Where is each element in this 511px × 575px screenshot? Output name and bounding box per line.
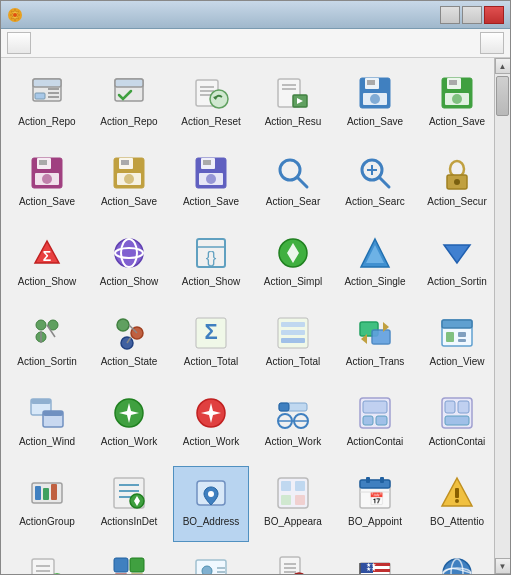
svg-rect-90: [442, 320, 472, 328]
gallery-item-item-9[interactable]: Action_Sear: [255, 146, 331, 222]
gallery-label-item-22: Action_Trans: [346, 356, 405, 368]
gallery-icon-item-19: [109, 313, 149, 353]
gallery-item-item-13[interactable]: Action_Show: [91, 226, 167, 302]
gallery-label-item-32: BO_Address: [183, 516, 240, 528]
minimize-button[interactable]: [440, 6, 460, 24]
gallery-label-item-35: BO_Attentio: [430, 516, 484, 528]
gallery-item-item-6[interactable]: Action_Save: [9, 146, 85, 222]
title-controls: [440, 6, 504, 24]
gallery-item-item-26[interactable]: Action_Work: [173, 386, 249, 462]
svg-point-74: [117, 319, 129, 331]
gallery-item-item-38[interactable]: BO_Contact: [173, 546, 249, 574]
gallery-item-item-5[interactable]: Action_Save: [419, 66, 494, 142]
gallery-item-item-0[interactable]: Action_Repo: [9, 66, 85, 142]
gallery-item-item-33[interactable]: BO_Appeara: [255, 466, 331, 542]
gallery-item-item-17[interactable]: Action_Sortin: [419, 226, 494, 302]
gallery-item-item-4[interactable]: Action_Save: [337, 66, 413, 142]
gallery-label-item-8: Action_Save: [183, 196, 239, 208]
gallery-item-item-34[interactable]: 📅 BO_Appoint: [337, 466, 413, 542]
gallery-label-item-11: Action_Secur: [427, 196, 486, 208]
gallery-icon-item-16: [355, 233, 395, 273]
gallery-item-item-14[interactable]: {} Action_Show: [173, 226, 249, 302]
scroll-down-arrow[interactable]: ▼: [495, 558, 511, 574]
gallery-item-item-20[interactable]: Σ Action_Total: [173, 306, 249, 382]
svg-rect-134: [366, 477, 370, 483]
zoom-out-button[interactable]: [7, 32, 31, 54]
gallery-item-item-11[interactable]: Action_Secur: [419, 146, 494, 222]
gallery-item-item-28[interactable]: ActionContai: [337, 386, 413, 462]
gallery-label-item-10: Action_Searc: [345, 196, 404, 208]
gallery-item-item-1[interactable]: Action_Repo: [91, 66, 167, 142]
gallery-item-item-24[interactable]: Action_Wind: [9, 386, 85, 462]
svg-point-55: [454, 179, 460, 185]
gallery-icon-item-26: [191, 393, 231, 433]
gallery-item-item-12[interactable]: Σ Action_Show: [9, 226, 85, 302]
gallery-label-item-13: Action_Show: [100, 276, 158, 288]
gallery-item-item-37[interactable]: BO_Categor: [91, 546, 167, 574]
gallery-icon-item-40: ★★ ★★: [355, 553, 395, 574]
svg-rect-103: [279, 403, 289, 411]
gallery-item-item-27[interactable]: Action_Work: [255, 386, 331, 462]
gallery-item-item-25[interactable]: Action_Work: [91, 386, 167, 462]
gallery-icon-item-33: [273, 473, 313, 513]
gallery-icon-item-32: [191, 473, 231, 513]
svg-rect-110: [376, 416, 387, 425]
gallery-item-item-39[interactable]: BO_Contract: [255, 546, 331, 574]
svg-point-26: [370, 94, 380, 104]
gallery-item-item-40[interactable]: ★★ ★★ BO_Country: [337, 546, 413, 574]
svg-line-50: [379, 177, 389, 187]
toolbar: [1, 29, 510, 58]
gallery-item-item-19[interactable]: Action_State: [91, 306, 167, 382]
gallery-item-item-8[interactable]: Action_Save: [173, 146, 249, 222]
svg-rect-112: [445, 401, 455, 413]
gallery-icon-item-35: [437, 473, 477, 513]
zoom-in-button[interactable]: [480, 32, 504, 54]
scroll-track[interactable]: [495, 74, 510, 558]
svg-rect-128: [281, 481, 291, 491]
svg-rect-93: [458, 339, 466, 342]
scroll-thumb[interactable]: [496, 76, 509, 116]
gallery-item-item-3[interactable]: Action_Resu: [255, 66, 331, 142]
gallery-icon-item-37: [109, 553, 149, 574]
maximize-button[interactable]: [462, 6, 482, 24]
svg-rect-91: [446, 332, 454, 342]
gallery-item-item-7[interactable]: Action_Save: [91, 146, 167, 222]
svg-rect-131: [295, 495, 305, 505]
svg-rect-92: [458, 332, 466, 337]
gallery-item-item-15[interactable]: Action_Simpl: [255, 226, 331, 302]
gallery-item-item-10[interactable]: Action_Searc: [337, 146, 413, 222]
gallery-label-item-16: Action_Single: [344, 276, 405, 288]
scroll-up-arrow[interactable]: ▲: [495, 58, 511, 74]
main-area: Action_Repo Action_Repo Action_Reset Act…: [1, 58, 510, 574]
gallery-label-item-0: Action_Repo: [18, 116, 75, 128]
gallery-icon-item-34: 📅: [355, 473, 395, 513]
gallery-label-item-7: Action_Save: [101, 196, 157, 208]
gallery-item-item-32[interactable]: BO_Address: [173, 466, 249, 542]
gallery-item-item-23[interactable]: Action_View: [419, 306, 494, 382]
gallery-item-item-35[interactable]: BO_Attentio: [419, 466, 494, 542]
gallery-item-item-2[interactable]: Action_Reset: [173, 66, 249, 142]
gallery-icon-item-18: [27, 313, 67, 353]
gallery-item-item-22[interactable]: Action_Trans: [337, 306, 413, 382]
gallery-container[interactable]: Action_Repo Action_Repo Action_Reset Act…: [1, 58, 494, 574]
gallery-item-item-18[interactable]: Action_Sortin: [9, 306, 85, 382]
gallery-label-item-21: Action_Total: [266, 356, 320, 368]
gallery-item-item-41[interactable]: BO_Country: [419, 546, 494, 574]
gallery-item-item-31[interactable]: ActionsInDet: [91, 466, 167, 542]
svg-rect-108: [363, 401, 387, 413]
gallery-icon-item-24: [27, 393, 67, 433]
gallery-item-item-30[interactable]: ActionGroup: [9, 466, 85, 542]
gallery-item-item-21[interactable]: Action_Total: [255, 306, 331, 382]
svg-point-69: [36, 320, 46, 330]
svg-text:Σ: Σ: [204, 319, 217, 344]
gallery-label-item-2: Action_Reset: [181, 116, 240, 128]
gallery-item-item-16[interactable]: Action_Single: [337, 226, 413, 302]
gallery-icon-item-1: [109, 73, 149, 113]
gallery-item-item-36[interactable]: BO_Audit_Ch: [9, 546, 85, 574]
gallery-item-item-29[interactable]: ActionContai: [419, 386, 494, 462]
close-button[interactable]: [484, 6, 504, 24]
gallery-label-item-33: BO_Appeara: [264, 516, 322, 528]
gallery-icon-item-21: [273, 313, 313, 353]
svg-rect-44: [203, 160, 211, 165]
svg-rect-135: [380, 477, 384, 483]
